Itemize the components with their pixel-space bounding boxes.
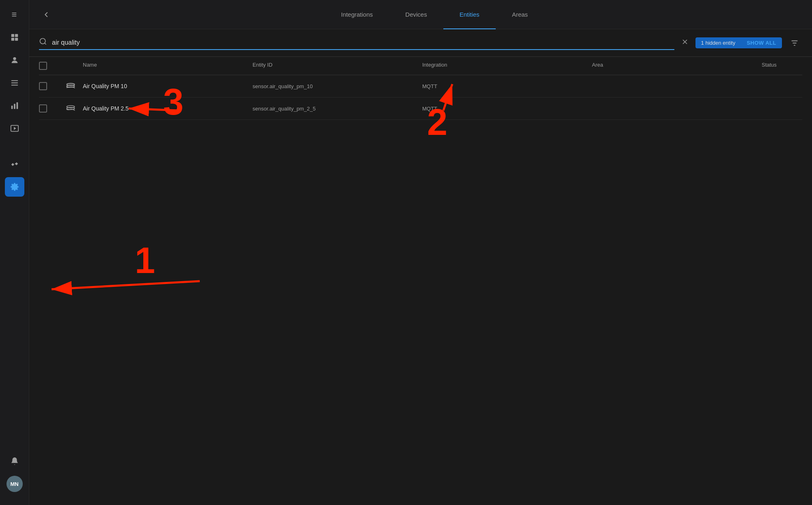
sidebar-item-settings[interactable] xyxy=(5,177,24,197)
svg-rect-0 xyxy=(11,34,14,37)
col-header-entity-id: Entity ID xyxy=(253,62,422,70)
svg-rect-2 xyxy=(11,38,14,41)
svg-rect-9 xyxy=(14,104,15,109)
svg-rect-3 xyxy=(15,38,17,41)
sidebar-item-tools[interactable] xyxy=(5,154,24,174)
svg-rect-8 xyxy=(11,106,13,109)
entity-name-1: Air Quality PM 10 xyxy=(83,83,253,89)
entity-icon-2 xyxy=(58,103,83,114)
clear-search-button[interactable] xyxy=(679,36,691,50)
entity-integration-1: MQTT xyxy=(422,83,592,89)
nav-tabs: Integrations Devices Entities Areas xyxy=(67,0,802,29)
svg-text:1: 1 xyxy=(135,240,155,281)
sidebar-item-chart[interactable] xyxy=(5,96,24,115)
col-header-integration: Integration xyxy=(422,62,592,70)
row-checkbox-1[interactable] xyxy=(39,82,47,90)
show-all-button[interactable]: SHOW ALL xyxy=(741,37,782,48)
tab-integrations[interactable]: Integrations xyxy=(325,0,389,29)
svg-line-25 xyxy=(52,281,200,289)
sidebar-item-media[interactable] xyxy=(5,119,24,138)
col-header-checkbox xyxy=(39,62,58,70)
svg-rect-10 xyxy=(16,102,18,109)
entity-id-1: sensor.air_quality_pm_10 xyxy=(253,83,422,89)
svg-point-13 xyxy=(40,39,45,44)
back-button[interactable] xyxy=(39,7,54,22)
topnav: Integrations Devices Entities Areas xyxy=(29,0,812,29)
table-row[interactable]: Air Quality PM 2.5 sensor.air_quality_pm… xyxy=(39,98,802,120)
hidden-entity-group: 1 hidden entity SHOW ALL xyxy=(695,37,782,48)
filter-button[interactable] xyxy=(787,36,802,50)
table-row[interactable]: Air Quality PM 10 sensor.air_quality_pm_… xyxy=(39,75,802,98)
entity-table: Name Entity ID Integration Area Status xyxy=(29,57,812,120)
sidebar-notifications[interactable] xyxy=(5,451,24,471)
sidebar: ≡ xyxy=(0,0,29,505)
row-checkbox-2[interactable] xyxy=(39,104,47,113)
svg-rect-7 xyxy=(11,85,18,86)
entity-icon-1 xyxy=(58,81,83,91)
table-header: Name Entity ID Integration Area Status xyxy=(39,57,802,75)
sidebar-menu-icon[interactable]: ≡ xyxy=(5,5,24,24)
user-avatar[interactable]: MN xyxy=(6,476,23,492)
svg-marker-12 xyxy=(14,127,16,130)
svg-rect-5 xyxy=(11,80,18,81)
svg-rect-1 xyxy=(15,34,17,37)
svg-point-4 xyxy=(13,57,16,60)
svg-line-14 xyxy=(45,43,46,45)
search-box xyxy=(39,36,674,50)
content-area: 1 hidden entity SHOW ALL xyxy=(29,29,812,505)
tab-entities[interactable]: Entities xyxy=(443,0,496,29)
sidebar-item-persons[interactable] xyxy=(5,50,24,70)
col-header-status: Status xyxy=(762,62,802,70)
entity-integration-2: MQTT xyxy=(422,106,592,112)
svg-rect-6 xyxy=(11,82,18,83)
col-header-area: Area xyxy=(592,62,762,70)
sidebar-item-dashboard[interactable] xyxy=(5,28,24,47)
tab-areas[interactable]: Areas xyxy=(496,0,544,29)
hidden-entity-badge: 1 hidden entity xyxy=(695,37,741,48)
col-header-icon xyxy=(58,62,83,70)
col-header-name: Name xyxy=(83,62,253,70)
entity-name-2: Air Quality PM 2.5 xyxy=(83,105,253,112)
search-row: 1 hidden entity SHOW ALL xyxy=(29,29,812,57)
entity-id-2: sensor.air_quality_pm_2_5 xyxy=(253,106,422,112)
main-content: Integrations Devices Entities Areas xyxy=(29,0,812,505)
search-input[interactable] xyxy=(52,39,674,46)
tab-devices[interactable]: Devices xyxy=(389,0,443,29)
search-icon xyxy=(39,37,47,48)
sidebar-item-list[interactable] xyxy=(5,73,24,93)
select-all-checkbox[interactable] xyxy=(39,62,47,70)
